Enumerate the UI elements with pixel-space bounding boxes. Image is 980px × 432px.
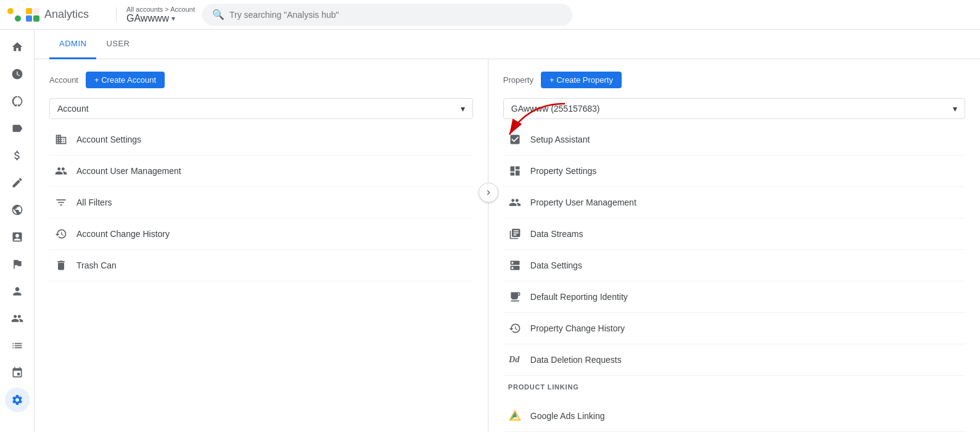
admin-content: Account + Create Account Account ▾ Accou…: [35, 59, 980, 432]
account-user-management-icon: [54, 164, 68, 178]
property-label: Property: [503, 75, 533, 85]
trash-can-text: Trash Can: [76, 260, 117, 270]
monetization-icon[interactable]: [5, 143, 30, 168]
create-account-button[interactable]: + Create Account: [86, 72, 165, 88]
account-name: GAwwww: [126, 13, 169, 24]
account-breadcrumb: All accounts > Account GAwwww ▾: [126, 6, 195, 24]
setup-assistant-text: Setup Assistant: [530, 135, 590, 144]
gear-icon[interactable]: [5, 388, 30, 412]
configure-icon[interactable]: [5, 360, 30, 385]
account-change-history-icon: [54, 227, 68, 241]
tab-admin[interactable]: ADMIN: [49, 30, 96, 59]
data-streams-icon: [508, 227, 522, 241]
account-user-management-item[interactable]: Account User Management: [49, 156, 473, 187]
account-menu-list: Account Settings Account User Management…: [49, 124, 473, 281]
ga-logo: [26, 8, 39, 22]
data-settings-icon: [508, 259, 522, 272]
user-icon[interactable]: [5, 279, 30, 304]
globe-icon[interactable]: [5, 197, 30, 222]
filter-icon: [54, 196, 68, 209]
all-filters-item[interactable]: All Filters: [49, 187, 473, 218]
account-settings-icon: [54, 133, 68, 146]
data-deletion-requests-text: Data Deletion Requests: [530, 355, 622, 365]
property-user-management-icon: [508, 196, 522, 209]
property-change-history-item[interactable]: Property Change History: [503, 313, 965, 344]
data-streams-item[interactable]: Data Streams: [503, 218, 965, 250]
data-deletion-requests-icon: Dd: [508, 353, 522, 367]
logo-area: Analytics: [7, 8, 106, 22]
account-settings-item[interactable]: Account Settings: [49, 124, 473, 156]
topbar: Analytics All accounts > Account GAwwww …: [0, 0, 980, 30]
dot-yellow: [7, 8, 14, 14]
property-settings-icon: [508, 164, 522, 178]
tabs-bar: ADMIN USER: [35, 30, 980, 59]
property-settings-text: Property Settings: [530, 166, 596, 176]
data-streams-text: Data Streams: [530, 229, 583, 239]
property-panel: Property + Create Property GAwwww (25515…: [488, 59, 980, 432]
pencil-icon[interactable]: [5, 170, 30, 195]
account-change-history-text: Account Change History: [76, 229, 170, 239]
flag-icon[interactable]: [5, 252, 30, 276]
layout: ADMIN USER Account + Create Account Acco…: [0, 30, 980, 432]
main-content: ADMIN USER Account + Create Account Acco…: [35, 30, 980, 432]
panel-collapse-button[interactable]: [479, 183, 498, 202]
property-panel-header: Property + Create Property: [503, 72, 965, 88]
property-user-management-item[interactable]: Property User Management: [503, 187, 965, 218]
group-reporting-icon[interactable]: [5, 306, 30, 331]
property-user-management-text: Property User Management: [530, 197, 636, 207]
account-user-management-text: Account User Management: [76, 166, 181, 176]
data-deletion-requests-item[interactable]: Dd Data Deletion Requests: [503, 344, 965, 376]
default-reporting-identity-item[interactable]: Default Reporting Identity: [503, 281, 965, 313]
trash-can-item[interactable]: Trash Can: [49, 250, 473, 281]
account-dropdown-chevron: ▾: [461, 104, 465, 114]
account-change-history-item[interactable]: Account Change History: [49, 218, 473, 250]
data-settings-item[interactable]: Data Settings: [503, 250, 965, 281]
breadcrumb-top-text: All accounts > Account: [126, 6, 195, 13]
account-selector[interactable]: GAwwww ▾: [126, 13, 195, 24]
sidebar: [0, 30, 35, 432]
setup-assistant-item[interactable]: Setup Assistant: [503, 124, 965, 156]
account-panel-header: Account + Create Account: [49, 72, 473, 88]
topbar-divider: [116, 7, 117, 22]
property-settings-item[interactable]: Property Settings: [503, 156, 965, 187]
trash-icon: [54, 259, 68, 272]
google-ads-linking-text: Google Ads Linking: [530, 411, 605, 421]
tab-user[interactable]: USER: [96, 30, 139, 59]
default-reporting-identity-icon: [508, 290, 522, 304]
account-label: Account: [49, 75, 78, 85]
list-icon[interactable]: [5, 333, 30, 358]
tag-icon[interactable]: [5, 116, 30, 141]
search-input[interactable]: [229, 10, 562, 20]
property-dropdown-chevron: ▾: [953, 104, 957, 114]
default-reporting-identity-text: Default Reporting Identity: [530, 292, 628, 302]
dot-green: [15, 15, 21, 22]
property-menu-list: Setup Assistant Property Settings Proper…: [503, 124, 965, 376]
setup-assistant-icon: [508, 133, 522, 146]
clock-icon[interactable]: [5, 62, 30, 86]
home-icon[interactable]: [5, 35, 30, 59]
svg-text:Dd: Dd: [509, 354, 520, 364]
account-settings-text: Account Settings: [76, 135, 141, 144]
property-change-history-text: Property Change History: [530, 323, 625, 333]
account-dropdown-arrow: ▾: [171, 14, 175, 23]
app-title: Analytics: [44, 8, 89, 21]
account-dropdown-text: Account: [57, 104, 89, 114]
google-ads-icon: [508, 409, 522, 423]
account-dropdown[interactable]: Account ▾: [49, 98, 473, 119]
account-panel: Account + Create Account Account ▾ Accou…: [35, 59, 488, 432]
report-icon[interactable]: [5, 225, 30, 249]
data-settings-text: Data Settings: [530, 260, 582, 270]
google-ads-linking-item[interactable]: Google Ads Linking: [503, 401, 965, 432]
property-dropdown[interactable]: GAwwww (255157683) ▾: [503, 98, 965, 119]
product-linking-label: PRODUCT LINKING: [503, 376, 965, 396]
search-icon: 🔍: [212, 9, 224, 20]
all-filters-text: All Filters: [76, 197, 112, 207]
search-bar[interactable]: 🔍: [202, 4, 572, 26]
logo-dots: [7, 8, 21, 22]
create-property-button[interactable]: + Create Property: [541, 72, 622, 88]
property-change-history-icon: [508, 322, 522, 335]
product-linking-list: Google Ads Linking BQ BigQue: [503, 401, 965, 432]
property-dropdown-text: GAwwww (255157683): [511, 104, 600, 114]
realtime-icon[interactable]: [5, 89, 30, 114]
